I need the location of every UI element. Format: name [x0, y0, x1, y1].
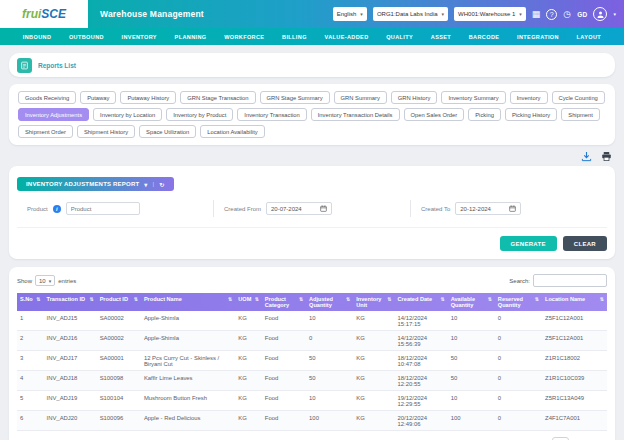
person-icon — [596, 10, 605, 19]
report-tab-space-utilization[interactable]: Space Utilization — [139, 125, 196, 138]
created-from-value: 20-07-2024 — [271, 206, 302, 212]
download-icon[interactable] — [581, 151, 592, 162]
report-tab-cycle-counting[interactable]: Cycle Counting — [552, 91, 605, 104]
column-header-reserved-quantity[interactable]: Reserved Quantity⇅ — [495, 293, 542, 311]
report-tab-shipment-history[interactable]: Shipment History — [77, 125, 135, 138]
product-filter-label: Product — [27, 206, 48, 212]
column-header-adjusted-quantity[interactable]: Adjusted Quantity⇅ — [306, 293, 353, 311]
table-cell: INV_ADJ20 — [44, 411, 97, 431]
clear-button[interactable]: CLEAR — [563, 236, 607, 251]
collapse-chevron-icon[interactable]: ▾ — [144, 181, 147, 188]
page-size-select[interactable]: 10 ▾ — [35, 275, 55, 286]
table-row[interactable]: 4INV_ADJ18S100098Kaffir Lime LeavesKGFoo… — [17, 371, 607, 391]
clock-icon[interactable]: ◷ — [563, 10, 571, 19]
table-cell: KG — [235, 411, 262, 431]
created-to-date-input[interactable]: 20-12-2024 — [455, 202, 521, 215]
table-row[interactable]: 1INV_ADJ15SA00002Apple-ShimlaKGFood10KG1… — [17, 311, 607, 331]
product-input[interactable] — [66, 202, 140, 215]
table-cell: 14/12/2024 15:17:15 — [395, 311, 448, 331]
report-tab-putaway[interactable]: Putaway — [80, 91, 116, 104]
sort-icon: ⇅ — [134, 296, 138, 302]
report-tab-shipment-order[interactable]: Shipment Order — [18, 125, 73, 138]
help-icon[interactable]: ? — [546, 9, 557, 20]
table-cell: 0 — [495, 391, 542, 411]
nav-item-inbound[interactable]: INBOUND — [23, 34, 51, 40]
column-header-inventory-unit[interactable]: Inventory Unit⇅ — [353, 293, 394, 311]
report-tab-grn-stage-transaction[interactable]: GRN Stage Transaction — [180, 91, 255, 104]
column-header-available-quantity[interactable]: Available Quantity⇅ — [448, 293, 495, 311]
language-select[interactable]: English ▾ — [333, 7, 367, 21]
table-cell: Z1R1C10C039 — [542, 371, 607, 391]
nav-item-planning[interactable]: PLANNING — [175, 34, 207, 40]
column-header-product-name[interactable]: Product Name⇅ — [141, 293, 235, 311]
table-row[interactable]: 6INV_ADJ20S100096Apple - Red DeliciousKG… — [17, 411, 607, 431]
column-label: Product Name — [144, 296, 182, 302]
table-cell: 2 — [17, 331, 44, 351]
column-header-created-date[interactable]: Created Date⇅ — [395, 293, 448, 311]
column-header-product-category[interactable]: Product Category⇅ — [262, 293, 306, 311]
report-tab-inventory-adjustments[interactable]: Inventory Adjustments — [18, 108, 89, 121]
print-icon[interactable] — [601, 151, 612, 162]
column-label: S.No — [20, 296, 33, 302]
sort-icon: ⇅ — [488, 296, 492, 302]
report-tab-picking[interactable]: Picking — [468, 108, 501, 121]
column-header-location-name[interactable]: Location Name⇅ — [542, 293, 607, 311]
column-label: Product Category — [265, 296, 297, 308]
column-header-product-id[interactable]: Product ID⇅ — [97, 293, 141, 311]
table-row[interactable]: 5INV_ADJ19S100104Mushroom Button FreshKG… — [17, 391, 607, 411]
report-tab-grn-summary[interactable]: GRN Summary — [334, 91, 387, 104]
column-header-transaction-id[interactable]: Transaction ID⇅ — [44, 293, 97, 311]
table-cell: Apple-Shimla — [141, 311, 235, 331]
report-tab-inventory-transaction-details[interactable]: Inventory Transaction Details — [311, 108, 400, 121]
organization-select[interactable]: ORG1:Data Labs India ▾ — [373, 7, 448, 21]
page-size-control: Show 10 ▾ entries — [17, 275, 76, 286]
table-row[interactable]: 3INV_ADJ17SA0000112 Pcs Curry Cut - Skin… — [17, 351, 607, 371]
table-cell: Food — [262, 411, 306, 431]
table-cell: 0 — [306, 331, 353, 351]
report-tab-goods-receiving[interactable]: Goods Receiving — [18, 91, 76, 104]
column-header-uom[interactable]: UOM⇅ — [235, 293, 262, 311]
table-cell: INV_ADJ19 — [44, 391, 97, 411]
report-tab-putaway-history[interactable]: Putaway History — [120, 91, 176, 104]
report-document-icon[interactable] — [17, 58, 32, 73]
table-cell: KG — [235, 311, 262, 331]
report-tab-shipment[interactable]: Shipment — [561, 108, 600, 121]
nav-item-barcode[interactable]: BARCODE — [469, 34, 500, 40]
nav-item-value-added[interactable]: VALUE-ADDED — [325, 34, 369, 40]
nav-item-outbound[interactable]: OUTBOUND — [69, 34, 104, 40]
user-avatar-icon[interactable] — [593, 7, 607, 21]
search-input[interactable] — [533, 274, 607, 287]
report-tab-inventory-by-location[interactable]: Inventory by Location — [93, 108, 162, 121]
chevron-down-icon[interactable]: ▾ — [613, 11, 616, 17]
report-tab-grn-history[interactable]: GRN History — [391, 91, 438, 104]
warehouse-select[interactable]: WH001:Warehouse 1 ▾ — [454, 7, 526, 21]
report-tab-location-availability[interactable]: Location Availability — [200, 125, 265, 138]
report-tab-inventory-transaction[interactable]: Inventory Transaction — [237, 108, 306, 121]
report-tab-open-sales-order[interactable]: Open Sales Order — [404, 108, 465, 121]
nav-item-workforce[interactable]: WORKFORCE — [224, 34, 264, 40]
nav-item-inventory[interactable]: INVENTORY — [122, 34, 157, 40]
report-tab-inventory-by-product[interactable]: Inventory by Product — [166, 108, 233, 121]
report-tab-inventory[interactable]: Inventory — [510, 91, 548, 104]
nav-item-layout[interactable]: LAYOUT — [577, 34, 602, 40]
table-row[interactable]: 2INV_ADJ16SA00002Apple-ShimlaKGFood0KG14… — [17, 331, 607, 351]
generate-button[interactable]: GENERATE — [500, 236, 557, 251]
column-header-s-no[interactable]: S.No⇅ — [17, 293, 44, 311]
apps-grid-icon[interactable]: ▦ — [532, 10, 541, 19]
table-cell: 4 — [17, 371, 44, 391]
nav-item-asset[interactable]: ASSET — [431, 34, 451, 40]
app-logo[interactable]: fruiSCE — [0, 0, 88, 28]
nav-item-integration[interactable]: INTEGRATION — [517, 34, 559, 40]
info-icon[interactable]: i — [53, 205, 61, 213]
table-cell: Z5R1C13A049 — [542, 391, 607, 411]
created-from-date-input[interactable]: 20-07-2024 — [266, 202, 332, 215]
report-tab-grn-stage-summary[interactable]: GRN Stage Summary — [260, 91, 330, 104]
nav-item-billing[interactable]: BILLING — [282, 34, 307, 40]
chevron-down-icon: ▾ — [49, 278, 52, 284]
sort-icon: ⇅ — [89, 296, 93, 302]
report-tab-picking-history[interactable]: Picking History — [505, 108, 557, 121]
report-tab-inventory-summary[interactable]: Inventory Summary — [441, 91, 505, 104]
sort-icon: ⇅ — [535, 296, 539, 302]
nav-item-quality[interactable]: QUALITY — [386, 34, 413, 40]
refresh-icon[interactable]: ↻ — [159, 181, 164, 188]
